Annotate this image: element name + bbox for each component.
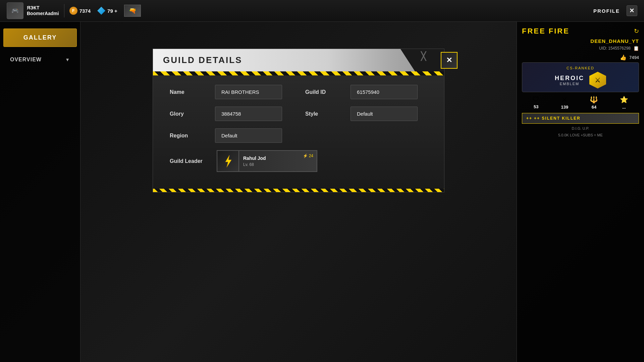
guild-id-field-group: Guild ID 61575940 — [305, 85, 427, 99]
chevron-down-icon: ▼ — [65, 57, 70, 62]
glory-field-group: Glory 3884758 — [170, 107, 292, 121]
region-value: Default — [215, 128, 282, 143]
lightning-bolt-icon — [223, 155, 233, 168]
stat-extra: ⭐ ... — [620, 96, 628, 110]
rank-badge-icon: ⚔ — [589, 72, 606, 88]
game-logo: FREE FIRE — [522, 27, 570, 36]
extra-stat-icon: ⭐ — [620, 96, 628, 104]
shield-stat-icon: 🛡 — [533, 96, 539, 103]
likes-count: 7494 — [629, 55, 639, 60]
name-label: Name — [170, 89, 210, 95]
modal-header-wrapper: GUILD DETAILS ✕ ╳ — [153, 49, 444, 71]
kills-stat-value: 139 — [561, 105, 568, 110]
glory-value: 3884758 — [215, 107, 282, 121]
bio-line2: 5.0.0K LOVE +SUBS = ME — [522, 133, 639, 137]
stat-shields: 🛡 53 — [533, 96, 539, 110]
kills-stat-icon: ⚔ — [561, 96, 568, 104]
style-label: Style — [305, 111, 345, 117]
guild-id-label: Guild ID — [305, 89, 345, 95]
modal-title: GUILD DETAILS — [163, 55, 242, 65]
guild-leader-stars: ⚡ 24 — [303, 154, 313, 158]
top-bar: 🎮 ЯЭКТ BoomerAadmi F 7374 79 + 🔫 PROFILE… — [0, 0, 644, 22]
uid-row: UID: 1545576298 📋 — [522, 46, 639, 51]
name-field-group: Name RAI BROTHERS — [170, 85, 292, 99]
guild-leader-section: Guild Leader Rahul Jod Lv. 68 ⚡ 2 — [170, 150, 427, 172]
uid-text: UID: 1545576298 — [599, 46, 631, 51]
diamond-amount: 79 + — [107, 8, 117, 14]
guild-leader-name: Rahul Jod — [243, 156, 313, 161]
top-bar-right: PROFILE ✕ — [593, 5, 637, 16]
guild-leader-card[interactable]: Rahul Jod Lv. 68 ⚡ 24 — [217, 150, 317, 172]
divider — [64, 4, 64, 17]
guild-leader-level: Lv. 68 — [243, 162, 313, 167]
player-tag: ЯЭКТ — [27, 5, 59, 11]
profile-close-button[interactable]: ✕ — [627, 5, 637, 16]
guild-id-value: 61575940 — [351, 85, 418, 99]
guild-leader-avatar — [217, 150, 239, 172]
equipment-icon[interactable]: 🔫 — [124, 5, 141, 17]
style-value: Default — [351, 107, 418, 121]
guild-details-modal: GUILD DETAILS ✕ ╳ Name RAI BROTHERS — [153, 49, 444, 192]
rank-sub: EMBLEM — [555, 82, 584, 86]
name-value: RAI BROTHERS — [215, 85, 282, 99]
thumbs-up-icon: 👍 — [620, 54, 627, 61]
close-icon: ✕ — [446, 56, 452, 65]
gold-amount: 7374 — [79, 8, 91, 14]
profile-label: PROFILE — [593, 8, 620, 14]
stat-kills: ⚔ 139 — [561, 96, 568, 110]
glory-style-row: Glory 3884758 Style Default — [170, 107, 427, 121]
overview-button[interactable]: OVERVIEW ▼ — [3, 52, 77, 67]
silent-killer-badge: ++ ++ SILENT KILLER — [522, 113, 639, 124]
diamond-icon — [97, 7, 105, 15]
region-row: Region Default — [170, 128, 427, 143]
stats-row: 🛡 53 ⚔ 139 🔱 64 ⭐ ... — [522, 96, 639, 110]
guild-leader-label: Guild Leader — [170, 158, 210, 164]
modal-footer-stripe — [153, 189, 444, 192]
special-stat-icon: 🔱 — [590, 96, 598, 104]
modal-header: GUILD DETAILS — [153, 49, 444, 71]
right-player-name: DEEN_DHANU_YT — [522, 38, 639, 44]
likes-row: 👍 7494 — [522, 54, 639, 61]
rank-name: HEROIC — [555, 75, 584, 82]
glory-label: Glory — [170, 111, 210, 117]
plus-icon: ++ — [526, 116, 532, 121]
right-panel: FREE FIRE ↻ DEEN_DHANU_YT UID: 154557629… — [517, 22, 644, 362]
left-sidebar: GALLERY OVERVIEW ▼ — [0, 22, 80, 362]
modal-body: Name RAI BROTHERS Guild ID 61575940 Glor… — [153, 71, 444, 189]
style-field-group: Style Default — [305, 107, 427, 121]
player-info: ЯЭКТ BoomerAadmi — [27, 5, 59, 16]
badge-label: ++ SILENT KILLER — [534, 116, 581, 121]
diamond-currency: 79 + — [97, 7, 117, 15]
stars-count: 24 — [309, 154, 313, 158]
region-row-spacer — [305, 128, 427, 143]
avatar: 🎮 — [7, 2, 23, 19]
player-name: BoomerAadmi — [27, 11, 59, 16]
rank-section: CS-RANKED HEROIC EMBLEM ⚔ — [522, 62, 639, 92]
extra-stat-value: ... — [620, 105, 628, 110]
rank-label: CS-RANKED — [526, 66, 635, 70]
gold-icon: F — [69, 7, 77, 15]
x-decoration-icon: ╳ — [421, 52, 426, 61]
modal-overlay: GUILD DETAILS ✕ ╳ Name RAI BROTHERS — [80, 22, 517, 362]
gallery-button[interactable]: GALLERY — [3, 28, 77, 47]
header-stripe — [153, 71, 444, 75]
shield-stat-value: 53 — [533, 104, 539, 109]
name-guildid-row: Name RAI BROTHERS Guild ID 61575940 — [170, 85, 427, 99]
special-stat-value: 64 — [590, 105, 598, 110]
star-icon: ⚡ — [303, 154, 308, 158]
region-label: Region — [170, 133, 210, 139]
gold-currency: F 7374 — [69, 7, 91, 15]
region-field-group: Region Default — [170, 128, 292, 143]
svg-marker-0 — [225, 155, 231, 167]
copy-icon[interactable]: 📋 — [633, 46, 639, 51]
refresh-button[interactable]: ↻ — [634, 27, 639, 35]
overview-label: OVERVIEW — [10, 57, 42, 63]
bio-line1: D.I.G. U.P. — [522, 126, 639, 130]
modal-close-button[interactable]: ✕ — [441, 52, 458, 69]
stat-special: 🔱 64 — [590, 96, 598, 110]
